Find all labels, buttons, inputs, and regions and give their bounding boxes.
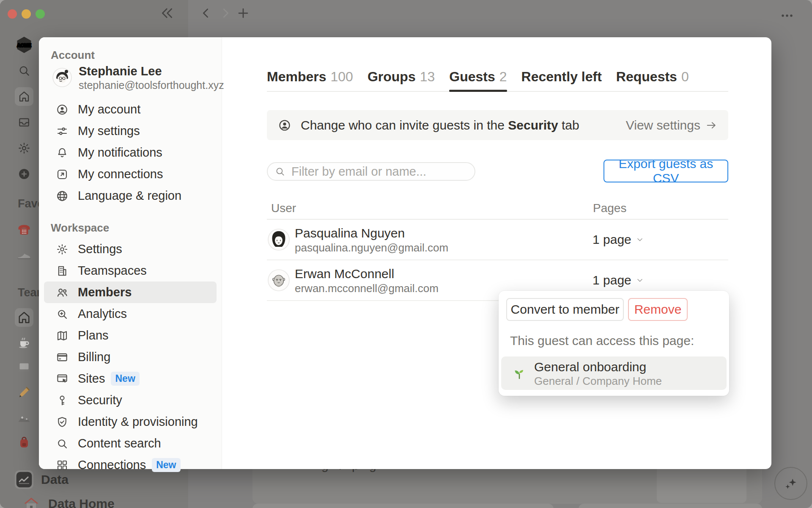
new-badge: New <box>111 372 139 386</box>
view-settings-link[interactable]: View settings <box>626 118 717 133</box>
teamspace-item-mountain[interactable] <box>15 408 33 427</box>
pages-dropdown[interactable]: 1 page <box>593 273 645 287</box>
sidebar-item-label: Plans <box>78 329 109 342</box>
user-meta: Erwan McConnellerwan.mcconnell@gmail.com <box>295 266 439 295</box>
traffic-lights <box>8 9 45 19</box>
rail-item-inbox[interactable] <box>15 113 33 132</box>
sidebar-item-analytics[interactable]: Analytics <box>44 303 217 325</box>
sidebar-item-sites[interactable]: SitesNew <box>44 368 217 389</box>
sidebar-item-plans[interactable]: Plans <box>44 325 217 346</box>
minimize-window-button[interactable] <box>22 9 31 19</box>
home-icon <box>16 310 32 325</box>
more-options-icon[interactable] <box>781 9 793 22</box>
rail-item-search[interactable] <box>15 61 33 80</box>
convert-to-member-button[interactable]: Convert to member <box>506 298 624 321</box>
profile-item[interactable]: Stephanie Lee stephanie@toolsforthought.… <box>52 64 224 91</box>
export-guests-button[interactable]: Export guests as CSV <box>604 160 728 182</box>
laptop-icon <box>16 360 32 375</box>
tab-count: 2 <box>499 69 507 85</box>
sidebar-item-my-notifications[interactable]: My notifications <box>44 142 217 163</box>
ai-sparkles-button[interactable] <box>774 467 807 500</box>
tab-guests[interactable]: Guests2 <box>449 64 507 91</box>
collapse-sidebar-icon[interactable] <box>160 6 174 20</box>
zoom-window-button[interactable] <box>36 9 45 19</box>
sidebar-item-security[interactable]: Security <box>44 389 217 411</box>
sidebar-item-connections[interactable]: ConnectionsNew <box>44 454 217 476</box>
guests-table-header: User Pages <box>267 198 728 220</box>
teamspace-item-pencil[interactable] <box>15 383 33 402</box>
members-tabs: Members100Groups13Guests2Recently leftRe… <box>267 64 728 92</box>
grid-icon <box>56 459 69 472</box>
filter-field <box>267 162 475 181</box>
gear-icon <box>56 243 69 256</box>
sidebar-item-teamspaces[interactable]: Teamspaces <box>44 260 217 282</box>
sidebar-item-my-settings[interactable]: My settings <box>44 120 217 142</box>
sidebar-item-identity-provisioning[interactable]: Identity & provisioning <box>44 411 217 433</box>
sidebar-item-content-search[interactable]: Content search <box>44 433 217 454</box>
settings-main: Members100Groups13Guests2Recently leftRe… <box>267 37 728 469</box>
sidebar-item-settings[interactable]: Settings <box>44 238 217 260</box>
settings-dialog: Account Stephanie Lee stephanie@toolsfor… <box>39 37 771 469</box>
tab-requests[interactable]: Requests0 <box>616 64 689 91</box>
globe-icon <box>56 190 69 202</box>
sidebar-item-language-region[interactable]: Language & region <box>44 185 217 207</box>
new-tab-icon[interactable] <box>237 7 250 19</box>
tab-label: Requests <box>616 69 677 85</box>
favorites-items <box>15 220 33 264</box>
tab-count: 0 <box>681 69 689 85</box>
user-email: erwan.mcconnell@gmail.com <box>295 282 439 295</box>
page-breadcrumb: General / Company Home <box>534 375 662 388</box>
rail-item-plus-circle[interactable] <box>15 165 33 183</box>
close-window-button[interactable] <box>8 9 17 19</box>
back-icon[interactable] <box>200 7 212 19</box>
background-card-right <box>579 504 762 508</box>
sidebar-item-members[interactable]: Members <box>44 282 217 303</box>
profile-name: Stephanie Lee <box>79 64 224 79</box>
bell-icon <box>56 146 69 159</box>
tab-recently-left[interactable]: Recently left <box>521 64 602 91</box>
sidebar-item-billing[interactable]: Billing <box>44 346 217 368</box>
inbox-icon <box>17 116 31 129</box>
sidebar-item-data-home[interactable]: Data Home <box>22 494 115 508</box>
background-card-left <box>252 504 554 508</box>
teamspace-item-coffee[interactable] <box>15 333 33 352</box>
new-badge: New <box>152 458 180 472</box>
guests-table: Pasqualina Nguyenpasqualina.nguyen@gmail… <box>267 220 728 301</box>
home-icon <box>17 90 31 103</box>
arrow-right-icon <box>705 119 717 131</box>
pages-dropdown[interactable]: 1 page <box>593 232 645 247</box>
shield-check-icon <box>56 416 69 428</box>
teamspace-item-backpack[interactable] <box>15 433 33 452</box>
sidebar-item-label: Security <box>78 393 122 407</box>
key-icon <box>56 394 69 407</box>
sidebar-item-my-account[interactable]: My account <box>44 99 217 120</box>
accessible-page-item[interactable]: General onboarding General / Company Hom… <box>501 356 727 390</box>
chevron-down-icon <box>635 276 645 285</box>
tab-count: 100 <box>331 69 353 85</box>
remove-guest-button[interactable]: Remove <box>628 298 688 321</box>
sneaker-icon <box>16 246 32 262</box>
sparkles-icon <box>783 476 798 491</box>
sidebar-item-label: Connections <box>78 458 146 472</box>
tab-label: Guests <box>449 69 495 85</box>
sidebar-item-my-connections[interactable]: My connections <box>44 163 217 185</box>
map-icon <box>56 329 69 342</box>
user-meta: Pasqualina Nguyenpasqualina.nguyen@gmail… <box>295 225 448 254</box>
sidebar-item-label: My notifications <box>78 146 162 160</box>
favorite-item-telephone[interactable] <box>15 220 33 239</box>
background-clipped-text: g i p g <box>321 469 474 475</box>
sidebar-item-label: Settings <box>78 242 122 256</box>
teamspace-item-home-solid[interactable] <box>15 308 33 327</box>
filter-input[interactable] <box>267 162 475 181</box>
tab-members[interactable]: Members100 <box>267 64 353 91</box>
rail-item-home[interactable] <box>15 87 33 106</box>
sidebar-item-label: Analytics <box>78 307 127 321</box>
user-name: Pasqualina Nguyen <box>295 225 448 241</box>
person-circle-icon <box>56 103 69 116</box>
teamspace-item-laptop[interactable] <box>15 358 33 377</box>
tab-groups[interactable]: Groups13 <box>368 64 435 91</box>
rail-item-gear[interactable] <box>15 139 33 157</box>
favorite-item-sneaker[interactable] <box>15 245 33 264</box>
workspace-logo[interactable]: ACME <box>15 36 33 54</box>
screen: ACME Favorites Teamspaces Data Data Home… <box>0 0 812 508</box>
